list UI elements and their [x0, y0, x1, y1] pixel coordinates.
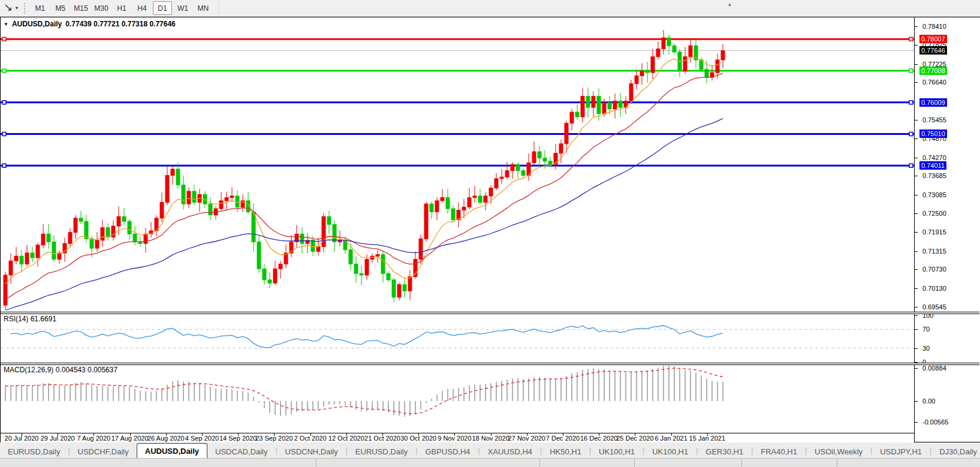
candle-body — [392, 280, 396, 297]
tab-uk100-h1[interactable]: UK100,H1 — [644, 445, 696, 458]
date-label: 4 Sep 2020 — [185, 435, 219, 442]
candle-body — [656, 49, 660, 56]
current-price-badge: 0.77646 — [919, 46, 947, 55]
rsi-line — [11, 326, 723, 348]
date-label: 23 Sep 2020 — [255, 435, 293, 442]
candle-body — [311, 240, 315, 251]
period-button-m1[interactable]: M1 — [31, 1, 50, 15]
period-button-d1[interactable]: D1 — [153, 1, 172, 15]
tab-fra40-h1[interactable]: FRA40,H1 — [753, 445, 805, 458]
level-line-handle[interactable] — [2, 132, 6, 135]
tab-dj30-daily[interactable]: DJ30,Daily — [931, 445, 980, 458]
level-line-handle[interactable] — [2, 101, 6, 104]
panel-splitter-rsi[interactable] — [1, 312, 979, 314]
candle-body — [451, 209, 455, 219]
date-label: 25 Dec 2020 — [616, 435, 653, 442]
candle-body — [160, 203, 164, 218]
candle-body — [683, 57, 687, 71]
tab-uk100-h1[interactable]: UK100,H1 — [591, 445, 643, 458]
tool-dropdown-caret-icon[interactable]: ▼ — [14, 5, 19, 11]
period-button-m30[interactable]: M30 — [92, 1, 111, 15]
tab-usoil-weekly[interactable]: USOil,Weekly — [807, 445, 870, 458]
candle-body — [721, 50, 725, 60]
candle-body — [268, 280, 272, 283]
candle-body — [182, 185, 185, 204]
mt4-window: ▼ M1M5M15M30H1H4D1W1MN ▲ ▼ AUDUSD,Daily … — [0, 0, 980, 467]
candle-body — [176, 169, 180, 185]
terminal-column-divider — [634, 459, 635, 467]
toolbar-overflow-icon[interactable]: ▲ — [727, 1, 732, 7]
candle-body — [484, 196, 487, 203]
date-label: 12 Oct 2020 — [328, 435, 364, 442]
period-button-mn[interactable]: MN — [194, 1, 213, 15]
date-label: 29 Jul 2020 — [41, 435, 75, 442]
macd-tick-label: 0.00 — [922, 397, 935, 405]
crosshair-tool-icon[interactable] — [2, 2, 14, 14]
level-price-badge: 0.74011 — [919, 161, 946, 170]
period-button-h1[interactable]: H1 — [112, 1, 131, 15]
tab-eurusd-daily[interactable]: EURUSD,Daily — [0, 445, 68, 458]
tab-hk50-h1[interactable]: HK50,H1 — [542, 445, 589, 458]
tab-eurusd-daily[interactable]: EURUSD,Daily — [348, 445, 415, 458]
candle-body — [446, 198, 450, 209]
tab-usdjpy-h1[interactable]: USDJPY,H1 — [872, 445, 930, 458]
tab-usdchf-daily[interactable]: USDCHF,Daily — [70, 445, 137, 458]
tab-usdcad-daily[interactable]: USDCAD,Daily — [207, 445, 275, 458]
level-line-handle[interactable] — [2, 37, 6, 41]
candle-body — [101, 228, 104, 240]
rsi-tick — [915, 329, 918, 330]
candle-body — [494, 179, 498, 188]
candle-body — [473, 196, 477, 198]
tab-ger30-h1[interactable]: GER30,H1 — [698, 445, 751, 458]
level-line-handle[interactable] — [909, 132, 913, 135]
period-button-m15[interactable]: M15 — [71, 1, 91, 15]
candle-body — [462, 207, 466, 210]
price-tick-label: 0.76640 — [922, 79, 946, 86]
candle-body — [505, 171, 509, 177]
candle-body — [171, 169, 174, 176]
date-label: 26 Aug 2020 — [147, 435, 185, 442]
level-line-handle[interactable] — [909, 69, 913, 73]
candle-body — [689, 46, 692, 56]
rsi-tick-label: 70 — [922, 326, 930, 333]
macd-tick-label: 0.00884 — [922, 364, 946, 372]
candle-body — [128, 221, 131, 234]
macd-tick — [915, 368, 918, 369]
period-button-w1[interactable]: W1 — [173, 1, 192, 15]
chart-title-caret-icon[interactable]: ▼ — [4, 22, 8, 27]
price-tick — [915, 251, 918, 252]
candle-body — [41, 234, 45, 245]
candle-body — [36, 245, 40, 258]
tab-usdcnh-daily[interactable]: USDCNH,Daily — [278, 445, 346, 458]
candle-body — [349, 250, 352, 264]
level-line-handle[interactable] — [909, 37, 913, 41]
tab-gbpusd-h4[interactable]: GBPUSD,H4 — [417, 445, 478, 458]
candle-body — [360, 273, 363, 275]
level-line-handle[interactable] — [2, 164, 6, 167]
period-button-m5[interactable]: M5 — [51, 1, 70, 15]
candle-body — [106, 228, 110, 237]
rsi-tick — [915, 315, 918, 316]
level-line-handle[interactable] — [2, 69, 6, 73]
candle-body — [58, 253, 61, 260]
date-axis: 20 Jul 202029 Jul 20207 Aug 202017 Aug 2… — [1, 433, 914, 442]
date-label: 2 Oct 2020 — [294, 435, 327, 442]
candle-body — [327, 216, 331, 224]
terminal-column-divider — [741, 459, 742, 467]
panel-splitter-macd[interactable] — [1, 363, 979, 365]
candle-body — [20, 256, 23, 264]
date-label: 21 Oct 2020 — [364, 435, 400, 442]
candle-body — [90, 239, 94, 248]
candle-body — [95, 240, 99, 248]
tab-audusd-daily[interactable]: AUDUSD,Daily — [137, 443, 207, 458]
toolbar-grip[interactable] — [24, 3, 25, 14]
candle-body — [548, 161, 552, 164]
price-tick — [915, 82, 918, 83]
date-label: 17 Aug 2020 — [111, 435, 149, 442]
price-tick-label: 0.71915 — [922, 228, 946, 236]
level-line-handle[interactable] — [909, 101, 913, 104]
period-button-h4[interactable]: H4 — [132, 1, 152, 15]
tab-xauusd-h4[interactable]: XAUUSD,H4 — [480, 445, 540, 458]
level-line-handle[interactable] — [909, 164, 913, 167]
candle-body — [52, 242, 56, 259]
